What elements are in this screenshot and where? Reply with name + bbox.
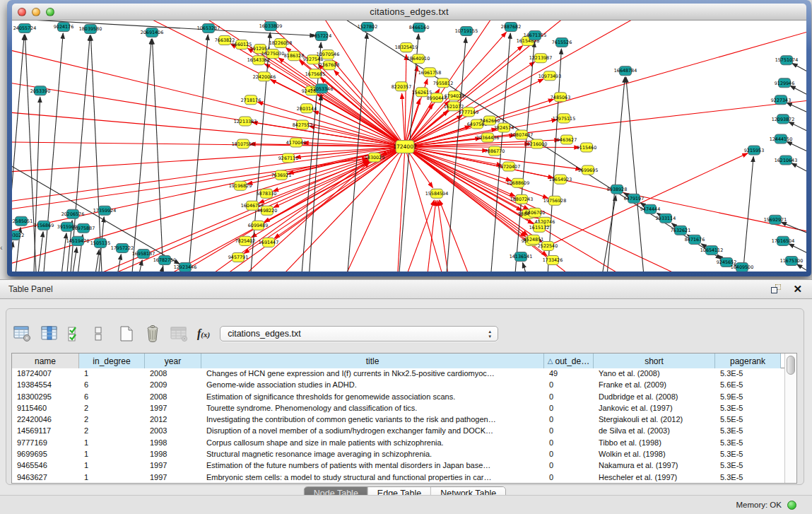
teal-node[interactable]: 7615526 <box>552 38 572 47</box>
yellow-node[interactable]: 1724007 <box>393 140 417 153</box>
red-edge[interactable] <box>334 71 405 147</box>
red-edge[interactable] <box>405 99 806 146</box>
teal-node[interactable]: 6479197 <box>624 194 644 203</box>
red-edge[interactable] <box>402 93 405 146</box>
yellow-node[interactable]: 7886770 <box>485 146 505 156</box>
teal-node[interactable]: 12444150 <box>770 134 792 144</box>
teal-node[interactable]: 9024176 <box>54 23 73 32</box>
yellow-node[interactable]: 18640910 <box>407 54 430 64</box>
yellow-node[interactable]: 20364436 <box>476 133 499 142</box>
teal-node[interactable]: 7857224 <box>312 32 331 41</box>
yellow-node[interactable]: 10688609 <box>507 178 529 187</box>
red-edge[interactable] <box>405 54 406 146</box>
teal-node[interactable]: 11675300 <box>780 256 803 265</box>
red-edge[interactable] <box>437 201 452 271</box>
black-edge[interactable] <box>152 39 166 271</box>
black-edge[interactable] <box>127 39 151 271</box>
yellow-node[interactable]: 3824574 <box>494 123 514 132</box>
red-edge[interactable] <box>12 147 405 206</box>
yellow-node[interactable]: 8220357 <box>392 82 411 91</box>
teal-node[interactable]: 10653287 <box>197 24 220 33</box>
teal-node[interactable]: 20206576 <box>61 209 84 218</box>
yellow-node[interactable]: 6099489 <box>248 221 268 230</box>
yellow-node[interactable]: 9463627 <box>557 135 577 144</box>
red-edge[interactable] <box>12 42 405 146</box>
column-header-year[interactable]: year <box>145 354 201 368</box>
teal-node[interactable]: 8471676 <box>685 235 705 244</box>
black-edge[interactable] <box>523 263 530 271</box>
delete-table-icon[interactable] <box>143 325 162 343</box>
yellow-node[interactable]: 4498220 <box>257 206 277 215</box>
yellow-node[interactable]: 5878330 <box>257 189 276 198</box>
yellow-node[interactable]: 9660125 <box>232 40 252 49</box>
teal-node[interactable]: 18039580 <box>79 25 102 34</box>
black-edge[interactable] <box>25 35 39 271</box>
teal-node[interactable]: 8466160 <box>409 23 429 33</box>
yellow-node[interactable]: 2718176 <box>241 95 261 105</box>
yellow-node[interactable]: 10807487 <box>510 130 533 139</box>
select-columns-check-icon[interactable] <box>67 325 81 342</box>
black-edge[interactable] <box>93 250 100 271</box>
teal-node[interactable]: 10719155 <box>455 27 478 36</box>
network-window-titlebar[interactable]: citations_edges.txt <box>12 4 806 21</box>
table-row[interactable]: 969969511998Structural magnetic resonanc… <box>12 449 784 460</box>
column-header-pagerank[interactable]: pagerank <box>715 354 781 368</box>
yellow-node[interactable]: 19756928 <box>543 196 566 205</box>
teal-node[interactable]: 15751074 <box>775 56 798 65</box>
table-row[interactable]: 2242004622012Investigating the contribut… <box>12 414 784 426</box>
scrollbar-thumb[interactable] <box>787 356 795 375</box>
new-table-icon[interactable] <box>118 325 135 342</box>
column-header-name[interactable]: name <box>12 354 79 368</box>
yellow-node[interactable]: 1675685 <box>305 69 325 78</box>
yellow-node[interactable]: 18226058 <box>269 39 292 48</box>
teal-node[interactable]: 1803022 <box>12 230 24 240</box>
yellow-node[interactable]: 16543362 <box>247 56 270 65</box>
table-row[interactable]: 1938455462009Genome-wide association stu… <box>12 380 784 391</box>
table-column-icon[interactable] <box>40 325 59 342</box>
function-builder-icon[interactable]: f(x) <box>197 327 210 340</box>
teal-node[interactable]: 1527802 <box>358 23 377 32</box>
red-edge[interactable] <box>440 200 481 271</box>
yellow-node[interactable]: 1691447 <box>259 238 278 247</box>
hidden-panel-handle[interactable]: ‹ <box>0 242 5 253</box>
teal-node[interactable]: 22585051 <box>12 216 33 226</box>
yellow-node[interactable]: 18107550 <box>232 139 254 148</box>
black-edge[interactable] <box>32 97 40 271</box>
teal-node[interactable]: 16033809 <box>259 22 282 31</box>
yellow-node[interactable]: 2803144 <box>297 104 317 113</box>
column-header-short[interactable]: short <box>594 354 715 368</box>
black-edge[interactable] <box>304 21 721 259</box>
teal-node[interactable]: 9474444 <box>640 204 660 214</box>
teal-node[interactable]: 12093872 <box>772 115 794 124</box>
red-edge[interactable] <box>184 147 405 271</box>
table-row[interactable]: 977716911998Corpus callosum shape and si… <box>12 438 784 449</box>
teal-node[interactable]: 1156869 <box>34 221 54 230</box>
black-edge[interactable] <box>158 267 163 271</box>
teal-node[interactable]: 2933114 <box>656 214 676 223</box>
yellow-node[interactable]: 7825402 <box>235 236 255 245</box>
red-edge[interactable] <box>396 147 405 271</box>
teal-node[interactable]: 2887682 <box>501 23 521 32</box>
teal-node[interactable]: 2053390 <box>30 86 50 95</box>
table-row[interactable]: 911546021997Tourette syndrome. Phenomeno… <box>12 403 784 414</box>
teal-node[interactable]: 20691406 <box>141 28 163 37</box>
yellow-node[interactable]: 8427552 <box>293 120 312 129</box>
black-edge[interactable] <box>792 163 806 180</box>
teal-node[interactable]: 17957222 <box>111 243 134 252</box>
float-panel-icon[interactable] <box>771 284 782 294</box>
black-edge[interactable] <box>792 63 806 80</box>
teal-node[interactable]: 16210643 <box>775 156 797 165</box>
black-edge[interactable] <box>115 255 121 271</box>
teal-node[interactable]: 10975887 <box>72 223 95 233</box>
yellow-node[interactable]: 16961758 <box>418 68 441 77</box>
teal-node[interactable]: 16782759 <box>153 255 176 264</box>
citation-network-graph[interactable]: 1724007183002976638229660125591295418226… <box>12 21 806 271</box>
yellow-node[interactable]: 19654923 <box>549 175 572 184</box>
yellow-node[interactable]: 18325419 <box>395 43 418 52</box>
black-edge[interactable] <box>60 233 66 271</box>
black-edge[interactable] <box>37 232 43 271</box>
yellow-node[interactable]: 1733426 <box>543 255 563 264</box>
yellow-node[interactable]: 18807243 <box>510 194 533 204</box>
yellow-node[interactable]: 10973493 <box>539 71 561 81</box>
column-header-title[interactable]: title <box>201 354 544 368</box>
